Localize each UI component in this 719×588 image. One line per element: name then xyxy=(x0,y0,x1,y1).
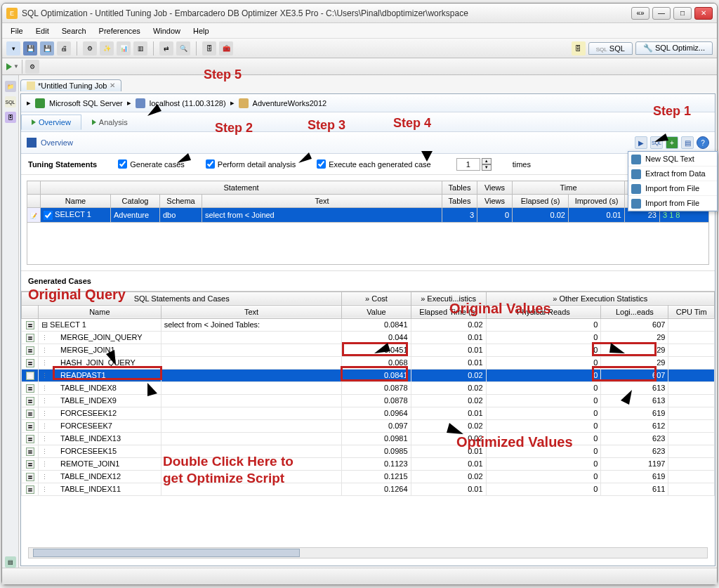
breadcrumb-host[interactable]: localhost (11.00.3128) xyxy=(150,99,226,107)
play-icon xyxy=(32,119,36,125)
tab-sql[interactable]: SQL SQL xyxy=(588,42,633,55)
case-row[interactable]: 〓⋮READPAST10.08410.020607 xyxy=(22,369,715,381)
case-row[interactable]: 〓⋮FORCESEEK70.0970.020612 xyxy=(22,419,715,432)
editor-tab-untitled[interactable]: *Untitled Tuning Job ✕ xyxy=(20,79,121,91)
save-all-icon[interactable]: 💾 xyxy=(40,41,54,55)
dock-folder-icon[interactable]: 📁 xyxy=(5,81,16,92)
case-row[interactable]: 〓⋮FORCESEEK150.09850.010623 xyxy=(22,445,715,457)
save-icon[interactable]: 💾 xyxy=(23,41,37,55)
grid-blank-area xyxy=(27,223,709,265)
case-row-icon: 〓 xyxy=(26,397,34,405)
server-icon xyxy=(35,98,45,108)
new-icon[interactable]: ▾ xyxy=(6,41,20,55)
case-row[interactable]: 〓⋮TABLE_INDEX130.09810.020623 xyxy=(22,432,715,445)
generate-cases-checkbox[interactable]: Generate cases xyxy=(118,159,185,169)
tab-overview[interactable]: Overview xyxy=(21,115,81,130)
spin-up-icon[interactable]: ▲ xyxy=(482,158,492,164)
tool-5-icon[interactable]: ⇄ xyxy=(159,41,173,55)
case-row[interactable]: 〓⋮TABLE_INDEX90.08780.020613 xyxy=(22,394,715,407)
case-row-icon: 〓 xyxy=(26,334,34,342)
tool-sql-text-icon[interactable]: SQL xyxy=(650,136,663,149)
main-toolbar: ▾ 💾 💾 🖨 ⚙ ✨ 📊 ▥ ⇄ 🔍 🗄 🧰 🗄 SQL SQL 🔧 SQL … xyxy=(2,39,717,58)
statusbar xyxy=(2,568,717,584)
tool-1-icon[interactable]: ⚙ xyxy=(83,41,97,55)
run-config-icon[interactable]: ⚙ xyxy=(25,60,39,74)
tab-sql-optimization[interactable]: 🔧 SQL Optimiz... xyxy=(635,41,713,55)
times-label: times xyxy=(513,160,531,169)
titlebar[interactable]: E SQL Optimization - Untitled Tuning Job… xyxy=(2,4,717,23)
close-icon[interactable]: ✕ xyxy=(110,81,115,89)
case-row-icon: 〓 xyxy=(26,410,34,418)
run-icon[interactable] xyxy=(6,63,12,70)
dock-sql-icon[interactable]: SQL xyxy=(5,96,16,107)
menu-help[interactable]: Help xyxy=(187,25,215,37)
case-row[interactable]: 〓⋮MERGE_JOIN_QUERY0.0440.01029 xyxy=(22,331,715,344)
menu-import-from-file-1[interactable]: Import from File xyxy=(628,181,717,196)
close-button[interactable]: ✕ xyxy=(694,7,713,20)
case-row[interactable]: 〓⋮TABLE_INDEX120.12150.020619 xyxy=(22,470,715,483)
menu-edit[interactable]: Edit xyxy=(30,25,55,37)
db-icon xyxy=(239,98,249,108)
overview-icon xyxy=(27,138,37,148)
case-row[interactable]: 〓⋮FORCESEEK120.09640.010619 xyxy=(22,407,715,419)
case-row[interactable]: 〓⋮REMOTE_JOIN10.11230.0101197 xyxy=(22,457,715,470)
breadcrumb-server[interactable]: Microsoft SQL Server xyxy=(49,99,123,107)
tool-6-icon[interactable]: 🔍 xyxy=(176,41,190,55)
statement-row[interactable]: 📝 SELECT 1 Adventure dbo select from < J… xyxy=(27,208,709,223)
cases-group-header: SQL Statements and Cases » Cost » Execut… xyxy=(22,292,715,305)
execute-case-checkbox[interactable]: Execute each generated case xyxy=(317,159,431,169)
cases-grid: SQL Statements and Cases » Cost » Execut… xyxy=(21,292,715,496)
case-row-icon: 〓 xyxy=(26,460,34,469)
main-area: *Untitled Tuning Job ✕ ▸ Microsoft SQL S… xyxy=(19,75,717,568)
tuning-options: Tuning Statements Generate cases Perform… xyxy=(21,154,715,175)
menu-extract-from-data[interactable]: Extract from Data xyxy=(628,166,717,181)
horizontal-scrollbar[interactable] xyxy=(28,547,708,558)
minimize-button[interactable]: — xyxy=(652,7,671,20)
chevron-right-icon[interactable]: ▸ xyxy=(27,98,31,107)
menu-new-sql-text[interactable]: New SQL Text xyxy=(628,152,717,166)
dock-db-icon[interactable]: 🗄 xyxy=(5,112,16,123)
cases-grid-wrap[interactable]: SQL Statements and Cases » Cost » Execut… xyxy=(21,291,715,566)
scrollbar-thumb[interactable] xyxy=(33,549,300,557)
sql-mini-icon[interactable]: 🗄 xyxy=(572,41,586,55)
app-icon: E xyxy=(6,8,18,19)
times-input[interactable] xyxy=(456,158,480,171)
times-spinner[interactable]: ▲▼ xyxy=(456,158,492,171)
menu-window[interactable]: Window xyxy=(147,25,186,37)
tool-run-sql-icon[interactable]: ▶ xyxy=(635,136,647,149)
case-row[interactable]: 〓⋮MERGE_JOIN10.04510.01029 xyxy=(22,344,715,356)
statements-grid-wrap: Statement Tables Views Time Analysis Nam… xyxy=(21,175,715,271)
menu-search[interactable]: Search xyxy=(56,25,92,37)
print-icon[interactable]: 🖨 xyxy=(57,41,71,55)
case-row[interactable]: 〓⋮TABLE_INDEX110.12640.010611 xyxy=(22,483,715,495)
menu-import-from-file-2[interactable]: Import from File xyxy=(628,196,717,211)
tool-2-icon[interactable]: ✨ xyxy=(100,41,114,55)
menu-preferences[interactable]: Preferences xyxy=(93,25,146,37)
editor-tab-strip: *Untitled Tuning Job ✕ xyxy=(20,77,715,93)
menu-file[interactable]: File xyxy=(5,25,29,37)
case-row[interactable]: 〓⊟ SELECT 1select from < Joined Tables:0… xyxy=(22,318,715,331)
tool-options-icon[interactable]: ▤ xyxy=(681,136,694,149)
dock-outline-icon[interactable]: ▤ xyxy=(5,556,16,568)
tuning-statements-label: Tuning Statements xyxy=(28,160,97,169)
detail-analysis-checkbox[interactable]: Perform detail analysis xyxy=(206,159,296,169)
case-row[interactable]: 〓⋮HASH_JOIN_QUERY0.0680.01029 xyxy=(22,356,715,369)
case-row-icon: 〓 xyxy=(26,485,34,494)
case-row[interactable]: 〓⋮TABLE_INDEX80.08780.020613 xyxy=(22,381,715,394)
tool-help-icon[interactable]: ? xyxy=(697,136,709,149)
editor-pane: ▸ Microsoft SQL Server ▸ localhost (11.0… xyxy=(20,93,715,566)
tool-3-icon[interactable]: 📊 xyxy=(117,41,131,55)
overflow-button[interactable]: «» xyxy=(631,7,649,20)
case-row-icon: 〓 xyxy=(26,435,34,443)
tab-analysis[interactable]: Analysis xyxy=(81,115,138,130)
tool-4-icon[interactable]: ▥ xyxy=(133,41,147,55)
import-popup-menu: New SQL Text Extract from Data Import fr… xyxy=(628,151,718,211)
spin-down-icon[interactable]: ▼ xyxy=(482,164,492,171)
tool-7-icon[interactable]: 🗄 xyxy=(202,41,216,55)
tool-8-icon[interactable]: 🧰 xyxy=(219,41,233,55)
maximize-button[interactable]: □ xyxy=(673,7,692,20)
tool-add-icon[interactable]: + xyxy=(666,136,678,149)
chevron-right-icon: ▸ xyxy=(230,98,235,107)
case-row-icon: 〓 xyxy=(26,447,34,456)
breadcrumb-db[interactable]: AdventureWorks2012 xyxy=(253,99,327,107)
